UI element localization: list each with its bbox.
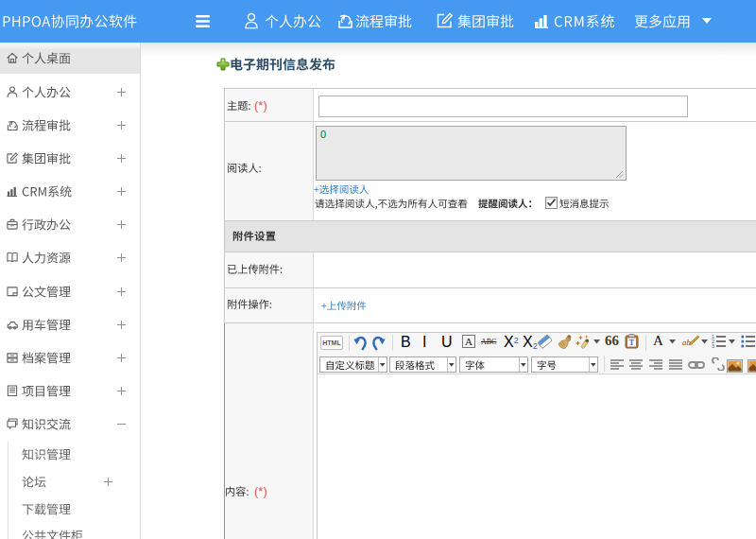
- svg-text:T: T: [629, 339, 635, 347]
- svg-text:3: 3: [712, 343, 714, 349]
- svg-text:ab: ab: [682, 338, 692, 347]
